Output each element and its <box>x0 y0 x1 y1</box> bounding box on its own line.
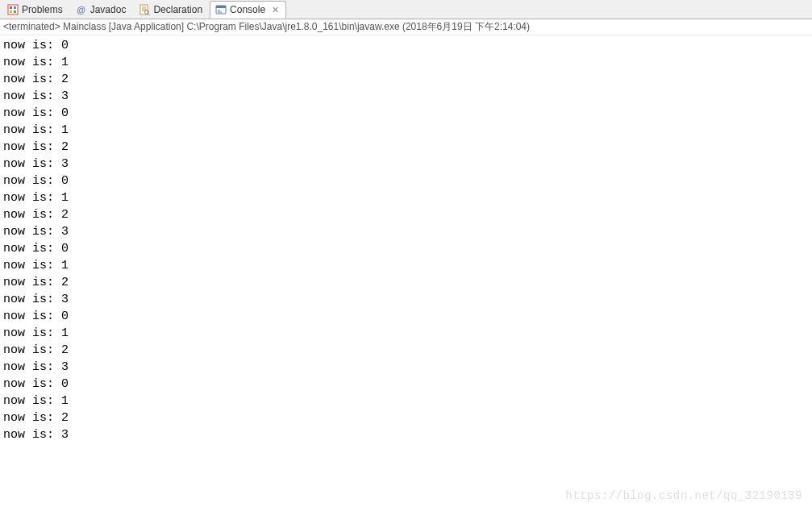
svg-line-10 <box>148 14 150 15</box>
console-line: now is: 0 <box>3 240 809 257</box>
console-line: now is: 3 <box>3 291 809 308</box>
tab-declaration[interactable]: Declaration <box>133 1 210 19</box>
console-line: now is: 1 <box>3 122 809 139</box>
tab-console[interactable]: Console ✕ <box>210 1 286 19</box>
terminated-status-text: <terminated> Mainclass [Java Application… <box>3 20 530 34</box>
declaration-icon <box>139 4 150 15</box>
svg-rect-12 <box>216 6 226 8</box>
console-line: now is: 2 <box>3 274 809 291</box>
svg-rect-0 <box>8 5 18 15</box>
tab-label: Declaration <box>153 4 202 15</box>
tab-label: Problems <box>22 4 63 15</box>
console-line: now is: 1 <box>3 393 809 409</box>
console-icon <box>215 4 227 15</box>
tab-javadoc[interactable]: @ Javadoc <box>70 1 134 19</box>
console-line: now is: 3 <box>3 359 809 376</box>
console-line: now is: 2 <box>3 71 809 88</box>
tab-label: Javadoc <box>90 4 127 15</box>
console-output: now is: 0now is: 1now is: 2now is: 3now … <box>0 35 812 445</box>
close-icon[interactable]: ✕ <box>272 5 279 15</box>
console-line: now is: 2 <box>3 342 809 359</box>
svg-rect-4 <box>14 10 16 13</box>
svg-rect-2 <box>14 6 16 9</box>
svg-rect-5 <box>140 5 148 15</box>
console-status-line: <terminated> Mainclass [Java Application… <box>0 19 812 35</box>
console-line: now is: 0 <box>3 172 809 189</box>
svg-rect-1 <box>10 6 12 9</box>
console-line: now is: 0 <box>3 37 809 54</box>
watermark-text: https://blog.csdn.net/qq_32190139 <box>565 489 802 502</box>
tab-problems[interactable]: Problems <box>2 1 70 19</box>
javadoc-icon: @ <box>76 4 87 15</box>
problems-icon <box>7 4 19 15</box>
svg-rect-3 <box>10 10 12 13</box>
console-line: now is: 3 <box>3 223 809 240</box>
console-line: now is: 2 <box>3 409 809 426</box>
console-line: now is: 0 <box>3 105 809 122</box>
console-line: now is: 1 <box>3 54 809 71</box>
console-line: now is: 0 <box>3 376 809 393</box>
console-line: now is: 3 <box>3 88 809 105</box>
console-line: now is: 0 <box>3 308 809 325</box>
console-line: now is: 3 <box>3 156 809 172</box>
console-line: now is: 2 <box>3 139 809 156</box>
console-line: now is: 3 <box>3 426 809 443</box>
console-line: now is: 2 <box>3 206 809 223</box>
tab-label: Console <box>230 4 265 15</box>
view-tab-bar: Problems @ Javadoc Declaration <box>0 0 812 19</box>
console-line: now is: 1 <box>3 189 809 206</box>
console-line: now is: 1 <box>3 325 809 342</box>
console-line: now is: 1 <box>3 257 809 274</box>
